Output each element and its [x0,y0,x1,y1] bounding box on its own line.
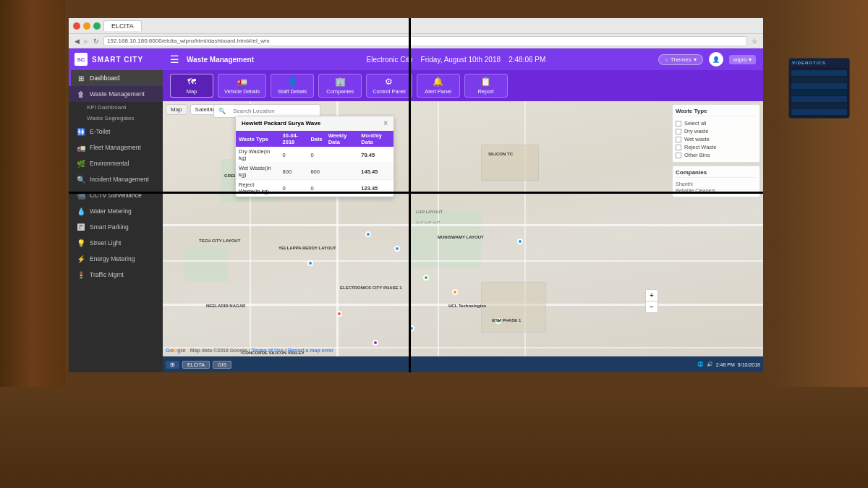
nav-right: ○ Themes ▾ 👤 wipro ▾ [658,52,756,67]
sidebar-label-fleet: Fleet Management [90,144,141,151]
videnotics-row-7 [791,109,847,115]
module-btn-map[interactable]: 🗺 Map [170,74,213,98]
dry-col2: 0 [307,147,325,163]
videnotics-row-1 [791,70,847,76]
map-container[interactable]: GREEN HOI LAYOUT SILICON TC TECH CITY LA… [163,101,763,356]
module-btn-control[interactable]: ⚙ Control Panel [366,74,412,98]
sidebar-item-kpi[interactable]: KPI Dashboard [69,102,163,113]
forward-btn[interactable]: ▶ [84,38,89,45]
nav-city: Electronic City Friday, August 10th 2018… [261,56,651,64]
module-btn-report[interactable]: 📋 Report [464,74,508,98]
marker-7[interactable] [307,260,313,266]
sidebar-item-traffic[interactable]: 🚦 Traffic Mgmt [69,267,163,283]
user-menu[interactable]: wipro ▾ [729,55,756,64]
chevron-down-icon: ▾ [694,56,697,63]
fleet-icon: 🚛 [77,143,85,152]
table-row: Wet Waste(in kg) 800 800 145.45 [236,163,393,180]
user-avatar[interactable]: 👤 [709,52,723,67]
reload-btn[interactable]: ↻ [93,38,99,45]
star-icon[interactable]: ☆ [752,38,757,45]
marker-1[interactable] [365,231,371,237]
browser-tab[interactable]: ELCITA [103,20,142,31]
sidebar-label-traffic: Traffic Mgmt [90,271,124,278]
right-panels: Waste Type Select all Dry waste Wet wast… [669,101,763,356]
waste-type-select-all[interactable]: Select all [676,119,757,127]
sidebar-item-segregates[interactable]: Waste Segregates [69,113,163,124]
sidebar-item-dashboard[interactable]: ⊞ Dashboard [69,70,163,86]
sidebar-item-parking[interactable]: 🅿 Smart Parking [69,219,163,235]
theme-button[interactable]: ○ Themes ▾ [658,54,703,65]
etoilet-icon: 🚻 [77,127,85,136]
label-btm: BTM PHASE 1 [492,318,521,322]
terms-link[interactable]: | Terms of Use [249,348,284,353]
table-header-monthly: Monthly Data [358,131,393,147]
module-btn-alert[interactable]: 🔔 Alert Panel [417,74,460,98]
report-error-link[interactable]: | Report a map error [285,348,333,353]
sidebar-item-incident[interactable]: 🔍 Incident Management [69,171,163,187]
sidebar-label-water: Water Metering [90,207,132,215]
zoom-in-button[interactable]: + [646,290,658,301]
videnotics-row-2 [791,77,847,82]
label-select-all: Select all [684,120,706,127]
checkbox-select-all[interactable] [676,121,681,127]
sidebar-item-waste[interactable]: 🗑 Waste Management [69,86,163,102]
waste-type-dry[interactable]: Dry waste [676,127,757,135]
table-header-date: 30-04-2018 [280,131,308,147]
marker-8[interactable] [336,311,342,317]
water-icon: 💧 [77,207,85,215]
map-btn-label: Map [187,88,197,95]
marker-4[interactable] [452,289,458,295]
checkbox-reject[interactable] [676,145,681,150]
marker-3[interactable] [423,275,429,281]
wood-panel-bottom [0,387,868,488]
sidebar-label-incident: Incident Management [90,176,149,183]
sidebar-label-energy: Energy Metering [90,255,135,262]
sidebar-label-environmental: Environmental [90,160,129,167]
sidebar-item-energy[interactable]: ⚡ Energy Metering [69,251,163,267]
url-input[interactable]: 192.168.10.180:8000/elcita_wipro/html/da… [103,36,747,46]
taskbar-app-elcita[interactable]: ELCITA [182,361,210,369]
marker-2[interactable] [394,246,400,252]
sidebar-item-etoilet[interactable]: 🚻 E-Toilet [69,124,163,140]
company-shanthi: Shanthi [676,181,757,187]
label-lhr-kannada: ಎಲ್ ಎಚ್ ಆರ್ [416,221,440,225]
map-tabs: Map Satellite [166,104,221,115]
zoom-out-button[interactable]: − [646,301,658,312]
waste-type-other[interactable]: Other Bins [676,151,757,159]
close-btn[interactable] [73,22,80,30]
search-input[interactable] [229,106,315,116]
sidebar-item-cctv[interactable]: 📹 CCTV Surveillance [69,187,163,203]
report-btn-icon: 📋 [480,77,491,87]
maximize-btn[interactable] [93,22,101,30]
back-btn[interactable]: ◀ [75,38,80,45]
checkbox-other[interactable] [676,153,681,158]
logo-text: SMART CITY [92,56,143,64]
sidebar-item-streetlight[interactable]: 💡 Street Light [69,235,163,251]
module-btn-staff[interactable]: 👤 Staff Details [271,74,314,98]
sidebar-logo: SC SMART CITY [69,48,163,70]
sidebar-item-fleet[interactable]: 🚛 Fleet Management [69,140,163,155]
sidebar-item-water[interactable]: 💧 Water Metering [69,203,163,219]
popup-close-button[interactable]: × [383,119,388,127]
dry-col1: 0 [280,147,308,163]
sidebar-item-environmental[interactable]: 🌿 Environmental [69,155,163,171]
map-btn-icon: 🗺 [187,77,196,87]
label-hcl: HCL Technologies [448,304,486,308]
module-btn-vehicle[interactable]: 🚛 Vehicle Details [218,74,266,98]
marker-10[interactable] [373,340,378,346]
browser-chrome: ELCITA [69,18,763,34]
map-tab-map[interactable]: Map [166,104,187,115]
green-area-2 [184,246,228,282]
waste-type-wet[interactable]: Wet waste [676,135,757,143]
hamburger-menu[interactable]: ☰ [170,53,179,65]
google-text: Google [166,347,187,354]
start-button[interactable]: ⊞ [166,361,179,369]
marker-5[interactable] [517,239,523,244]
checkbox-wet[interactable] [676,137,681,142]
taskbar-app-gis[interactable]: GIS [213,361,231,369]
companies-panel-title: Companies [676,169,757,178]
minimize-btn[interactable] [83,22,90,30]
module-btn-companies[interactable]: 🏢 Companies [318,74,362,98]
checkbox-dry[interactable] [676,129,681,134]
waste-type-reject[interactable]: Reject Waste [676,143,757,151]
